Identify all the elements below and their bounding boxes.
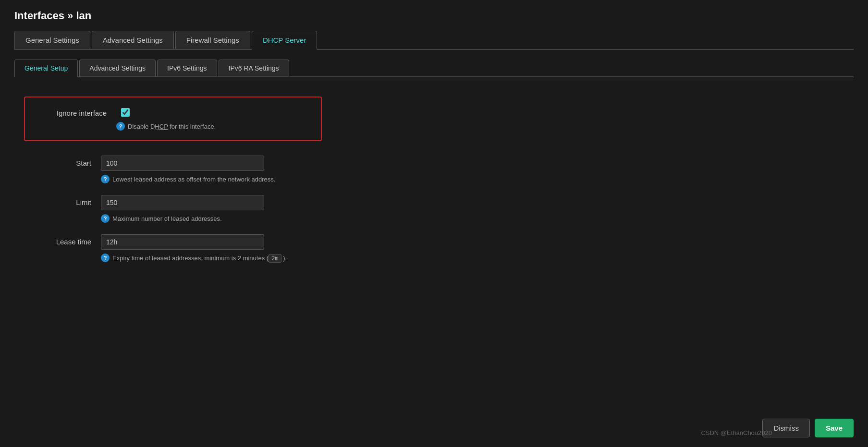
ignore-interface-hint: ? Disable DHCP for this interface. — [116, 122, 306, 131]
start-label: Start — [34, 156, 101, 167]
page-title: Interfaces » lan — [14, 10, 854, 22]
lease-time-min-badge: 2m — [269, 254, 281, 263]
ignore-interface-label: Ignore interface — [39, 107, 116, 117]
hint-icon-lease: ? — [101, 254, 110, 262]
limit-hint: ? Maximum number of leased addresses. — [101, 214, 264, 223]
sub-tabs: General Setup Advanced Settings IPv6 Set… — [14, 60, 854, 77]
tab-firewall-settings[interactable]: Firewall Settings — [175, 31, 250, 49]
sub-tab-advanced-settings[interactable]: Advanced Settings — [79, 60, 156, 76]
start-input[interactable] — [101, 156, 264, 171]
limit-field: ? Maximum number of leased addresses. — [101, 195, 264, 223]
tab-advanced-settings[interactable]: Advanced Settings — [92, 31, 174, 49]
ignore-interface-row: Ignore interface — [39, 107, 306, 117]
tab-general-settings[interactable]: General Settings — [14, 31, 90, 49]
top-tabs: General Settings Advanced Settings Firew… — [14, 31, 854, 50]
ignore-interface-section: Ignore interface ? Disable DHCP for this… — [24, 97, 322, 141]
hint-icon-limit: ? — [101, 214, 110, 223]
dhcp-text: DHCP — [150, 123, 168, 130]
hint-icon-start: ? — [101, 175, 110, 183]
sub-tab-ipv6-settings[interactable]: IPv6 Settings — [157, 60, 217, 76]
tab-dhcp-server[interactable]: DHCP Server — [252, 31, 318, 50]
save-button[interactable]: Save — [815, 419, 854, 437]
lease-time-field: ? Expiry time of leased addresses, minim… — [101, 234, 287, 262]
sub-tab-general-setup[interactable]: General Setup — [14, 60, 78, 77]
lease-time-label: Lease time — [34, 234, 101, 246]
start-hint: ? Lowest leased address as offset from t… — [101, 175, 275, 183]
bottom-bar: Dismiss Save — [762, 419, 854, 437]
watermark: CSDN @EthanChou2020 — [701, 429, 772, 436]
lease-time-input[interactable] — [101, 234, 264, 250]
limit-label: Limit — [34, 195, 101, 206]
hint-icon-ignore: ? — [116, 122, 125, 131]
start-row: Start ? Lowest leased address as offset … — [34, 156, 844, 183]
lease-time-hint: ? Expiry time of leased addresses, minim… — [101, 254, 287, 262]
content-area: Ignore interface ? Disable DHCP for this… — [14, 92, 854, 278]
start-field: ? Lowest leased address as offset from t… — [101, 156, 275, 183]
ignore-interface-checkbox[interactable] — [121, 108, 130, 117]
limit-input[interactable] — [101, 195, 264, 210]
lease-time-row: Lease time ? Expiry time of leased addre… — [34, 234, 844, 262]
limit-row: Limit ? Maximum number of leased address… — [34, 195, 844, 223]
sub-tab-ipv6-ra-settings[interactable]: IPv6 RA Settings — [219, 60, 289, 76]
